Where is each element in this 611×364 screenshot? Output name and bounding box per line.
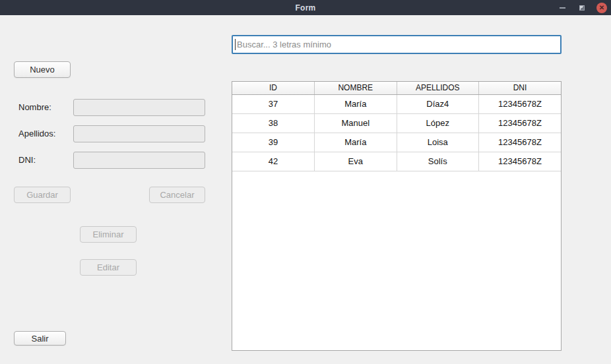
search-container: [232, 35, 562, 54]
table-cell[interactable]: 12345678Z: [479, 94, 562, 113]
editar-button: Editar: [80, 259, 137, 276]
dni-label: DNI:: [18, 155, 36, 165]
salir-button[interactable]: Salir: [14, 331, 66, 346]
window-controls: ✕: [557, 0, 607, 15]
nuevo-button[interactable]: Nuevo: [14, 61, 71, 78]
nombre-label: Nombre:: [18, 102, 51, 112]
table-cell[interactable]: 12345678Z: [479, 152, 562, 171]
restore-icon: [579, 5, 585, 11]
table-row[interactable]: 38ManuelLópez12345678Z: [232, 113, 561, 133]
table-cell[interactable]: Loisa: [397, 133, 479, 152]
column-header[interactable]: NOMBRE: [315, 82, 397, 94]
search-input[interactable]: [232, 35, 562, 54]
records-table-body: 37MaríaDíaz412345678Z38ManuelLópez123456…: [232, 94, 561, 171]
table-cell[interactable]: Díaz4: [397, 94, 479, 113]
table-cell[interactable]: Solís: [397, 152, 479, 171]
table-cell[interactable]: 39: [232, 133, 315, 152]
table-cell[interactable]: María: [315, 94, 397, 113]
apellidos-label: Apellidos:: [18, 129, 55, 138]
column-header[interactable]: APELLIDOS: [397, 82, 479, 94]
table-cell[interactable]: Eva: [315, 152, 397, 171]
table-cell[interactable]: Manuel: [315, 113, 397, 133]
nombre-input: [73, 99, 205, 116]
text-caret: [235, 39, 236, 50]
table-cell[interactable]: 42: [232, 152, 315, 171]
records-table[interactable]: IDNOMBREAPELLIDOSDNI 37MaríaDíaz41234567…: [232, 81, 562, 351]
minimize-icon: [560, 7, 565, 9]
table-cell[interactable]: 12345678Z: [479, 133, 562, 152]
table-row[interactable]: 37MaríaDíaz412345678Z: [232, 94, 561, 113]
eliminar-button: Eliminar: [80, 226, 137, 243]
table-cell[interactable]: 37: [232, 94, 315, 113]
close-button[interactable]: ✕: [596, 3, 607, 13]
close-icon: ✕: [599, 5, 604, 11]
column-header[interactable]: ID: [232, 82, 315, 94]
guardar-button: Guardar: [14, 187, 71, 203]
cancelar-button: Cancelar: [149, 187, 205, 203]
table-cell[interactable]: 38: [232, 113, 315, 133]
minimize-button[interactable]: [557, 3, 567, 13]
table-header-row: IDNOMBREAPELLIDOSDNI: [232, 82, 561, 94]
table-cell[interactable]: María: [315, 133, 397, 152]
dni-input: [73, 152, 205, 169]
column-header[interactable]: DNI: [479, 82, 562, 94]
restore-button[interactable]: [577, 3, 587, 13]
table-cell[interactable]: López: [397, 113, 479, 133]
table-row[interactable]: 39MaríaLoisa12345678Z: [232, 133, 561, 152]
apellidos-input: [73, 125, 205, 142]
table-cell[interactable]: 12345678Z: [479, 113, 562, 133]
window-title: Form: [296, 3, 316, 13]
titlebar: Form ✕: [0, 0, 611, 15]
table-row[interactable]: 42EvaSolís12345678Z: [232, 152, 561, 171]
